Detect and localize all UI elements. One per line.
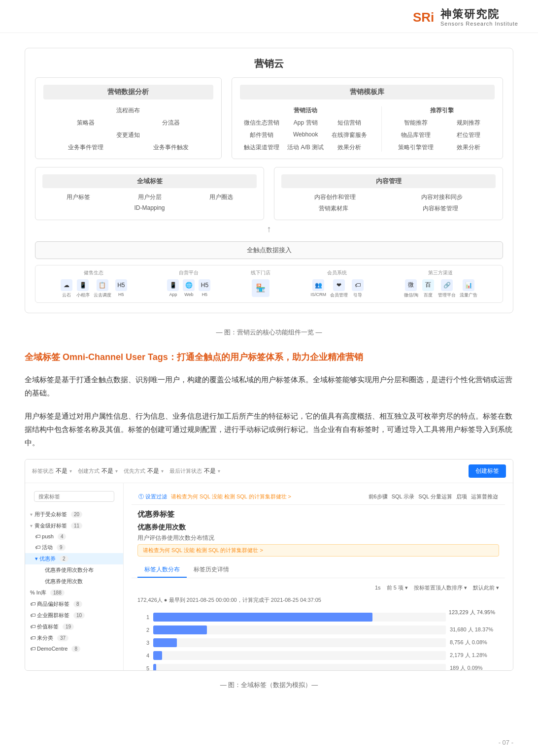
mc-item-effect: 效果分析 (328, 143, 371, 152)
mc-icon-cloud: ☁ (61, 279, 72, 291)
mc-item-webhook: Webhook (284, 131, 328, 139)
mc-omni-tags-title: 全域标签 (42, 174, 257, 188)
mc-item-content-sync: 内容对接和同步 (421, 193, 463, 201)
sidebar-item-coupon[interactable]: ▾ 优惠券 2 (25, 553, 123, 564)
tab-history[interactable]: 标签历史详情 (187, 562, 236, 578)
page-number: - 07 - (499, 739, 513, 746)
mc-item-rule-rec: 规则推荐 (442, 119, 495, 127)
mc-item-item-lib: 物品库管理 (390, 131, 442, 139)
mc-content-mgmt-title: 内容管理 (281, 174, 496, 188)
mc-icon-section-member: 会员系统 👥 IS/CRM ❤ 会员管理 🏷 引导 (311, 269, 364, 298)
mc-icon-btn-dispatch: 📋 云去调度 (94, 279, 111, 298)
filter-setup-label: ① 设置过滤 (138, 493, 167, 500)
mc-analytics-title: 营销数据分析 (43, 85, 213, 99)
tag-screenshot: 标签状态 不是 ▾ 创建方式 不是 ▾ 优先方式 不是 ▾ 最后计算状态 不是 … (25, 459, 513, 671)
tag-main: ① 设置过滤 请检查为何 SQL 没能 检测 SQL 的计算集群健壮 > 前6步… (124, 483, 513, 670)
tag-filter-status[interactable]: 标签状态 不是 ▾ (32, 467, 72, 475)
mc-third-label: 第三方渠道 (428, 269, 453, 276)
tag-search-input[interactable] (34, 491, 114, 502)
sidebar-item-enterprise-circle[interactable]: 🏷 企业圈群标签 10 (25, 610, 123, 621)
mc-item-content-create: 内容创作和管理 (314, 193, 356, 201)
mc-item-user-tag: 用户标签 (67, 193, 90, 201)
sidebar-item-in-lib[interactable]: % In库 188 (25, 587, 123, 598)
sql-warning-link[interactable]: 请检查为何 SQL 没能 检测 SQL 的计算集群健壮 > (171, 493, 291, 500)
chart-bar-5 (153, 664, 156, 670)
expand-icon: ▾ (30, 512, 33, 517)
mc-icon-section-own: 自营平台 📱 App 🌐 Web H5 H5 (167, 269, 210, 298)
logo-area: SRi 神策研究院 Sensors Research Institute (411, 8, 518, 28)
mc-btwo-row: 内容创作和管理 内容对接和同步 (281, 193, 496, 201)
mc-icon-btn-crm: 👥 IS/CRM (311, 279, 327, 298)
mc-icon-btn-member-mgmt: ❤ 会员管理 (330, 279, 348, 298)
coupon-tag-title: 优惠券标签 (137, 510, 499, 519)
tab-user-distribution[interactable]: 标签人数分布 (137, 562, 187, 578)
chart-bar-4-container (153, 651, 446, 660)
tag-filter-calc-status[interactable]: 最后计算状态 不是 ▾ (169, 467, 220, 475)
sidebar-item-coupon-count[interactable]: 优惠券使用次数 (25, 576, 123, 587)
coupon-tag-subtitle: 优惠券使用次数 (137, 523, 499, 532)
mc-item-app-mkt: App 营销 (284, 119, 328, 127)
mc-ecosystem-label: 健售生态 (84, 269, 103, 276)
logo-text: 神策研究院 Sensors Research Institute (440, 8, 518, 28)
chart-row-5: 5 189 人 0.09% (137, 664, 499, 670)
sidebar-item-value-tags[interactable]: 🏷 价值标签 19 (25, 621, 123, 632)
mc-item-slot-mgmt: 栏位管理 (442, 131, 495, 139)
mc-icon-btn-guide: 🏷 引导 (352, 279, 364, 298)
mc-item-smart-rec: 智能推荐 (390, 119, 442, 127)
coupon-tag-desc: 用户评估券使用次数分布情况 (137, 534, 499, 542)
tag-filter-priority[interactable]: 优先方式 不是 ▾ (124, 467, 164, 475)
header: SRi 神策研究院 Sensors Research Institute (0, 0, 538, 33)
chart-bar-5-container (153, 664, 446, 670)
coupon-warning[interactable]: 请检查为何 SQL 没能 检测 SQL 的计算集群健壮 > (137, 544, 499, 557)
sidebar-item-democentre[interactable]: 🏷 DemoCentre 8 (25, 644, 123, 654)
sidebar-item-push[interactable]: 🏷 push 4 (25, 531, 123, 542)
mc-item-user-layer: 用户分层 (138, 193, 162, 201)
sidebar-item-audience-tags[interactable]: ▾ 用于受众标签 20 (25, 509, 123, 520)
mc-own-buttons: 📱 App 🌐 Web H5 H5 (167, 279, 210, 297)
mc-icon-btn-ads: 📊 流量广告 (460, 279, 477, 298)
mc-analytics-row: 业务事件管理 业务事件触发 (43, 143, 213, 152)
mc-bottom-two: 全域标签 用户标签 用户分层 用户圈选 ID-Mapping 内容管理 (25, 167, 513, 220)
chart-bar-2-container (153, 625, 446, 634)
sidebar-item-product-pref[interactable]: 🏷 商品偏好标签 8 (25, 598, 123, 610)
mc-icon-store: 🏪 (252, 279, 269, 297)
caption-1: — 图：营销云的核心功能组件一览 — (25, 328, 513, 337)
mc-item-change-notify: 变更通知 (116, 131, 140, 139)
mc-integration-label: 全触点数据接入 (247, 246, 292, 255)
mc-item-content-material: 营销素材库 (319, 204, 348, 213)
mc-item-content-tag: 内容标签管理 (423, 204, 458, 213)
sidebar-item-gold-tags[interactable]: ▾ 黄金级好标签 11 (25, 520, 123, 531)
mc-icon-btn-miniapp: 📱 小程序 (76, 279, 90, 298)
mc-icon-section-ecosystem: 健售生态 ☁ 云石 📱 小程序 📋 云去调度 H5 (61, 269, 127, 298)
chart-bar-3 (153, 638, 177, 647)
mc-analytics-row: 策略器 分流器 (43, 119, 213, 127)
mc-content-rows: 内容创作和管理 内容对接和同步 营销素材库 内容标签管理 (281, 193, 496, 213)
mc-icon-btn-h5-2: H5 H5 (199, 279, 210, 297)
sidebar-item-unclassified[interactable]: 🏷 来分类 37 (25, 632, 123, 644)
logo-sub-text: Sensors Research Institute (440, 21, 518, 27)
sidebar-item-activity[interactable]: 🏷 活动 9 (25, 542, 123, 553)
mc-member-buttons: 👥 IS/CRM ❤ 会员管理 🏷 引导 (311, 279, 364, 298)
mc-third-buttons: 微 微信/淘 百 百度 🔗 管理平台 📊 流量广告 (404, 279, 478, 298)
mc-item-popup: 在线弹窗服务 (328, 131, 371, 139)
mc-icon-section-third: 第三方渠道 微 微信/淘 百 百度 🔗 管理平台 📊 (404, 269, 478, 298)
mc-omni-tags-box: 全域标签 用户标签 用户分层 用户圈选 ID-Mapping (35, 167, 264, 220)
sidebar-item-coupon-dist[interactable]: 优惠券使用次数分布 (25, 564, 123, 576)
tag-right-stat: 123,229 人 74.95% (449, 609, 495, 616)
mc-icon-btn-store: 🏪 (252, 279, 269, 297)
chart-bar-1 (153, 613, 372, 622)
mc-recommendation: 推荐引擎 智能推荐 规则推荐 物品库管理 栏位管理 策略引擎管理 (381, 106, 495, 152)
chart-row-1: 1 (137, 613, 499, 622)
mc-bottom-icons: 健售生态 ☁ 云石 📱 小程序 📋 云去调度 H5 (35, 265, 503, 303)
tag-create-button[interactable]: 创建标签 (469, 464, 506, 478)
tag-filter-create-method[interactable]: 创建方式 不是 ▾ (78, 467, 118, 475)
chart-bar-1-container (153, 613, 446, 622)
mc-icon-baidu: 百 (422, 279, 434, 291)
mc-item-effect2: 效果分析 (442, 143, 495, 152)
mc-icon-h5: H5 (115, 279, 127, 291)
coupon-tag-header: 优惠券标签 优惠券使用次数 用户评估券使用次数分布情况 请检查为何 SQL 没能… (132, 505, 505, 557)
tag-sidebar: ▾ 用于受众标签 20 ▾ 黄金级好标签 11 🏷 push 4 🏷 活动 9 (25, 483, 124, 670)
mc-item-id-mapping: ID-Mapping (134, 204, 165, 211)
mc-item-sms: 短信营销 (328, 119, 371, 127)
mc-item-splitter: 分流器 (162, 119, 180, 127)
